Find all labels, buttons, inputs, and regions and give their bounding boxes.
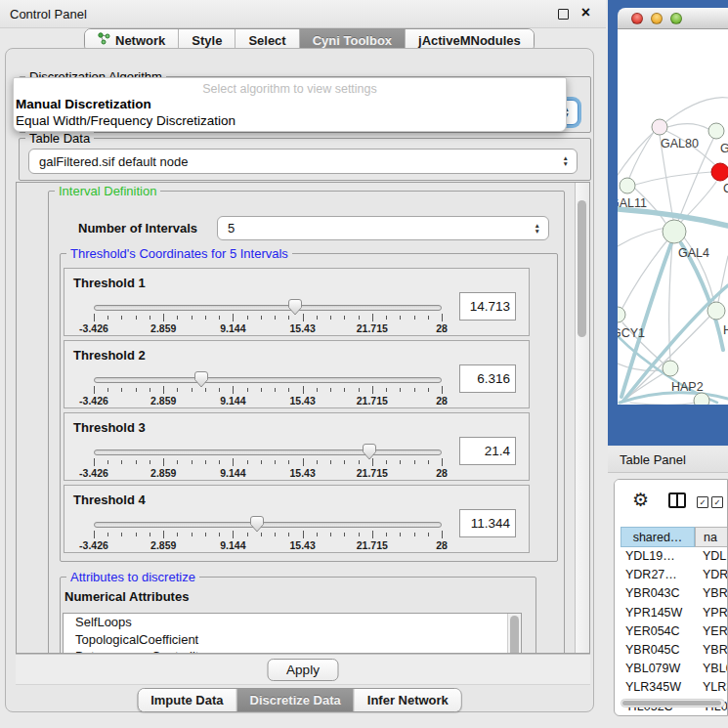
- checkbox-icon[interactable]: ✓: [697, 496, 708, 508]
- table-panel: ⚙ ✓ ✓ shared…na YDL19…YDL1YDR27…YDR2YBR0…: [614, 479, 728, 716]
- scale-tick-label: 21.715: [357, 467, 388, 479]
- threshold-slider[interactable]: -3.4262.8599.14415.4321.71528: [92, 372, 444, 406]
- table-row[interactable]: YBR043CYBR0: [621, 584, 728, 603]
- scale-tick-label: 28: [436, 467, 448, 479]
- slider-track[interactable]: [94, 377, 442, 383]
- list-item[interactable]: SelfLoops: [64, 614, 521, 631]
- slider-track[interactable]: [94, 450, 442, 455]
- scale-tick-label: -3.426: [79, 322, 108, 334]
- float-window-button[interactable]: [558, 9, 569, 20]
- node-label: HAP2: [671, 380, 704, 394]
- list-item[interactable]: TopologicalCoefficient: [64, 631, 521, 649]
- network-node-g[interactable]: [708, 123, 724, 139]
- tab-infer-network[interactable]: Infer Network: [355, 689, 461, 711]
- slider-track[interactable]: [94, 522, 442, 528]
- network-node-hap2[interactable]: [663, 361, 678, 376]
- apply-button[interactable]: Apply: [268, 659, 339, 681]
- scale-tick-label: 15.43: [289, 395, 315, 407]
- table-row[interactable]: YLR345WYLR3: [621, 678, 728, 697]
- threshold-panel-3: Threshold 3-3.4262.8599.14415.4321.71528…: [64, 412, 530, 481]
- tab-discretize-data[interactable]: Discretize Data: [237, 689, 355, 711]
- table-cell: YLR3: [695, 678, 728, 697]
- scale-tick-label: 9.144: [220, 395, 245, 407]
- table-row[interactable]: YDR27…YDR2: [621, 566, 728, 584]
- network-node-gal80[interactable]: [652, 119, 667, 135]
- node-label: C: [723, 182, 728, 195]
- table-row[interactable]: YBR045CYBR0: [621, 641, 728, 660]
- cyni-mode-tab-bar: Impute DataDiscretize DataInfer Network: [137, 688, 462, 712]
- threshold-panel-2: Threshold 2-3.4262.8599.14415.4321.71528…: [64, 340, 530, 408]
- table-cell: YDR27…: [621, 566, 695, 584]
- control-panel-body: Discretization Algorithm ▲▼ Table Data g…: [5, 48, 594, 712]
- tab-impute-data[interactable]: Impute Data: [138, 689, 236, 711]
- scale-tick-label: 21.715: [357, 395, 388, 407]
- tab-label: Style: [192, 33, 222, 48]
- table-hscrollbar[interactable]: [621, 699, 725, 707]
- threshold-value-field[interactable]: 11.344: [459, 509, 516, 537]
- column-header-shared-name[interactable]: shared…: [621, 527, 695, 547]
- network-node-gal11[interactable]: [620, 178, 635, 193]
- slider-track[interactable]: [94, 305, 442, 311]
- table-row[interactable]: YBL079WYBL0: [621, 660, 728, 678]
- table-cell: YBR0: [695, 584, 728, 603]
- scale-tick-label: 28: [436, 395, 448, 407]
- slider-ticks: [94, 458, 442, 466]
- network-node[interactable]: [694, 393, 709, 405]
- scale-tick-label: -3.426: [79, 395, 108, 407]
- network-node-h[interactable]: [707, 302, 725, 320]
- threshold-value-field[interactable]: 14.713: [459, 292, 516, 321]
- num-intervals-value: 5: [228, 217, 235, 239]
- scale-tick-label: 2.859: [150, 322, 176, 334]
- mac-close-button[interactable]: [631, 13, 643, 24]
- network-node-gal4[interactable]: [663, 220, 686, 243]
- num-intervals-spinner[interactable]: 5 ▲▼: [217, 216, 549, 240]
- network-node-gcy1[interactable]: [618, 307, 625, 322]
- threshold-slider[interactable]: -3.4262.8599.14415.4321.71528: [92, 517, 444, 550]
- threshold-value-field[interactable]: 21.4: [459, 437, 516, 465]
- dropdown-option-equal-width[interactable]: Equal Width/Frequency Discretization: [14, 112, 566, 129]
- slider-ticks: [94, 386, 442, 394]
- thresholds-group: Threshold's Coordinates for 5 Intervals …: [60, 253, 558, 562]
- scale-tick-label: 15.43: [289, 467, 315, 479]
- attributes-group: Attributes to discretize Numerical Attri…: [60, 577, 536, 654]
- column-layout-icon[interactable]: [668, 492, 686, 508]
- threshold-label: Threshold 1: [73, 276, 146, 290]
- settings-scrollbar[interactable]: [575, 183, 589, 653]
- close-icon[interactable]: ×: [581, 3, 590, 22]
- network-icon: [98, 32, 110, 48]
- tab-label: Impute Data: [150, 693, 223, 707]
- tab-label: jActiveMNodules: [418, 33, 521, 48]
- scale-tick-label: 2.859: [150, 539, 176, 551]
- tab-label: Infer Network: [367, 693, 449, 707]
- scale-tick-label: 15.43: [289, 322, 315, 334]
- gear-icon[interactable]: ⚙: [632, 491, 649, 510]
- mac-titlebar[interactable]: [618, 8, 728, 29]
- tab-label: Cyni Toolbox: [313, 33, 392, 48]
- network-node-c[interactable]: [711, 163, 728, 181]
- table-panel-titlebar: Table Panel: [608, 448, 728, 473]
- threshold-slider[interactable]: -3.4262.8599.14415.4321.71528: [92, 445, 444, 478]
- numerical-attributes-list[interactable]: SelfLoopsTopologicalCoefficientBetweenne…: [63, 613, 522, 654]
- group-title: Threshold's Coordinates for 5 Intervals: [66, 246, 292, 261]
- dropdown-option-manual[interactable]: Manual Discretization: [14, 96, 566, 112]
- table-cell: YBR045C: [621, 641, 695, 660]
- network-canvas[interactable]: GAL80GCGAL11GAL4GCY1HHAP2: [618, 29, 728, 405]
- algorithm-dropdown-popup: Select algorithm to view settings Manual…: [13, 77, 567, 132]
- list-scrollbar[interactable]: [507, 614, 521, 654]
- table-data-combobox[interactable]: galFiltered.sif default node ▲▼: [28, 149, 578, 174]
- mac-zoom-button[interactable]: [670, 13, 682, 24]
- node-label: G: [720, 142, 728, 155]
- table-row[interactable]: YDL19…YDL1: [621, 547, 728, 566]
- mac-minimize-button[interactable]: [651, 13, 663, 24]
- tab-label: Network: [115, 33, 165, 48]
- dropdown-hint: Select algorithm to view settings: [14, 78, 566, 96]
- threshold-value-field[interactable]: 6.316: [459, 364, 516, 393]
- table-row[interactable]: YPR145WYPR1: [621, 604, 728, 622]
- threshold-label: Threshold 3: [73, 420, 146, 435]
- threshold-slider[interactable]: -3.4262.8599.14415.4321.71528: [92, 300, 444, 333]
- checkbox-icon[interactable]: ✓: [711, 496, 723, 508]
- table-row[interactable]: YER054CYER0: [621, 622, 728, 641]
- scale-tick-label: 9.144: [220, 322, 245, 334]
- table-cell: YER054C: [621, 622, 695, 641]
- column-header-name[interactable]: na: [695, 527, 728, 547]
